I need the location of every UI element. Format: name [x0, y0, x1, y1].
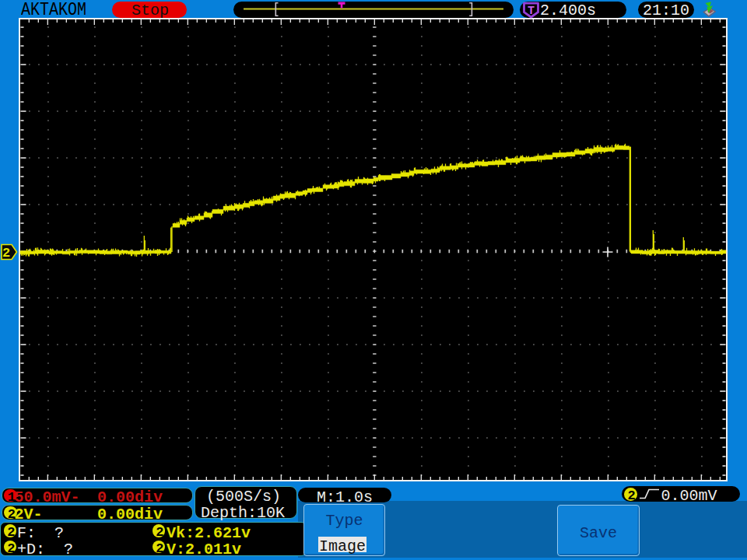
svg-text:T: T [528, 5, 535, 18]
svg-text:2: 2 [2, 246, 10, 261]
